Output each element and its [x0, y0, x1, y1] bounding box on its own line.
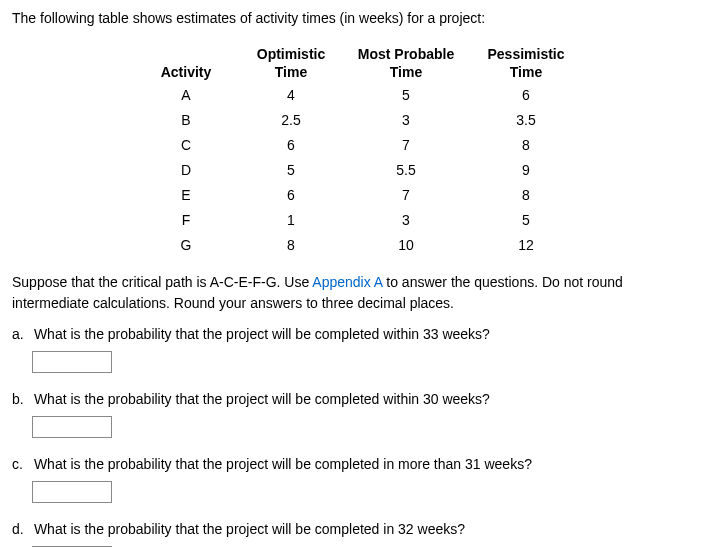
question-label: What is the probability that the project… — [34, 326, 490, 342]
cell-pess: 9 — [471, 158, 581, 183]
header-mostprob-sub: Time — [341, 63, 471, 81]
header-pessimistic-sub: Time — [471, 63, 581, 81]
cell-activity: A — [131, 83, 241, 108]
question-block: b. What is the probability that the proj… — [12, 389, 700, 438]
cell-opt: 2.5 — [241, 108, 341, 133]
table-header-row: Activity Optimistic Time Most Probable T… — [131, 43, 581, 83]
cell-mp: 3 — [341, 208, 471, 233]
table-row: C678 — [131, 133, 581, 158]
cell-opt: 6 — [241, 183, 341, 208]
question-marker: d. — [12, 519, 30, 540]
cell-pess: 12 — [471, 233, 581, 258]
question-text: b. What is the probability that the proj… — [12, 389, 700, 410]
table-row: D55.59 — [131, 158, 581, 183]
cell-activity: E — [131, 183, 241, 208]
cell-activity: G — [131, 233, 241, 258]
cell-mp: 7 — [341, 133, 471, 158]
answer-container — [32, 351, 700, 373]
answer-input[interactable] — [32, 351, 112, 373]
cell-activity: B — [131, 108, 241, 133]
col-optimistic: Optimistic Time — [241, 43, 341, 83]
cell-mp: 10 — [341, 233, 471, 258]
cell-mp: 7 — [341, 183, 471, 208]
activity-table: Activity Optimistic Time Most Probable T… — [131, 43, 581, 258]
header-mostprob-top: Most Probable — [358, 46, 454, 62]
cell-opt: 5 — [241, 158, 341, 183]
cell-pess: 5 — [471, 208, 581, 233]
instructions: Suppose that the critical path is A-C-E-… — [12, 272, 700, 314]
table-row: E678 — [131, 183, 581, 208]
question-block: d. What is the probability that the proj… — [12, 519, 700, 547]
question-text: a. What is the probability that the proj… — [12, 324, 700, 345]
answer-container — [32, 481, 700, 503]
header-optimistic-sub: Time — [241, 63, 341, 81]
question-text: d. What is the probability that the proj… — [12, 519, 700, 540]
activity-table-container: Activity Optimistic Time Most Probable T… — [12, 43, 700, 258]
cell-opt: 6 — [241, 133, 341, 158]
col-pessimistic: Pessimistic Time — [471, 43, 581, 83]
answer-input[interactable] — [32, 481, 112, 503]
col-activity: Activity — [131, 43, 241, 83]
question-marker: a. — [12, 324, 30, 345]
question-label: What is the probability that the project… — [34, 521, 465, 537]
header-activity: Activity — [161, 64, 212, 80]
table-row: F135 — [131, 208, 581, 233]
cell-pess: 6 — [471, 83, 581, 108]
question-block: a. What is the probability that the proj… — [12, 324, 700, 373]
instr-pre: Suppose that the critical path is A-C-E-… — [12, 274, 312, 290]
cell-opt: 1 — [241, 208, 341, 233]
header-pessimistic-top: Pessimistic — [487, 46, 564, 62]
question-marker: b. — [12, 389, 30, 410]
question-text: c. What is the probability that the proj… — [12, 454, 700, 475]
cell-pess: 8 — [471, 133, 581, 158]
answer-container — [32, 416, 700, 438]
answer-input[interactable] — [32, 416, 112, 438]
cell-activity: C — [131, 133, 241, 158]
question-marker: c. — [12, 454, 30, 475]
cell-opt: 4 — [241, 83, 341, 108]
cell-mp: 5 — [341, 83, 471, 108]
question-block: c. What is the probability that the proj… — [12, 454, 700, 503]
cell-pess: 8 — [471, 183, 581, 208]
cell-activity: D — [131, 158, 241, 183]
cell-pess: 3.5 — [471, 108, 581, 133]
cell-mp: 5.5 — [341, 158, 471, 183]
col-mostprobable: Most Probable Time — [341, 43, 471, 83]
header-optimistic-top: Optimistic — [257, 46, 325, 62]
question-label: What is the probability that the project… — [34, 391, 490, 407]
table-row: B2.533.5 — [131, 108, 581, 133]
cell-mp: 3 — [341, 108, 471, 133]
cell-opt: 8 — [241, 233, 341, 258]
table-row: A456 — [131, 83, 581, 108]
intro-text: The following table shows estimates of a… — [12, 8, 700, 29]
table-row: G81012 — [131, 233, 581, 258]
question-label: What is the probability that the project… — [34, 456, 532, 472]
appendix-link[interactable]: Appendix A — [312, 274, 382, 290]
cell-activity: F — [131, 208, 241, 233]
